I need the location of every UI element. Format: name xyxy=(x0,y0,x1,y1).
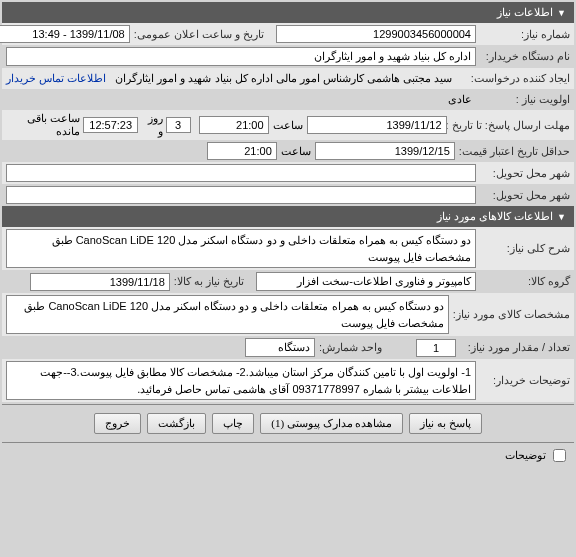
unit-value: دستگاه xyxy=(245,338,315,357)
spec-value: دو دستگاه کیس به همراه متعلقات داخلی و د… xyxy=(6,295,449,334)
row-spec: مشخصات کالای مورد نیاز: دو دستگاه کیس به… xyxy=(2,293,574,336)
row-buyer-org: نام دستگاه خریدار: اداره کل بنیاد شهید و… xyxy=(2,45,574,68)
row-need-number: شماره نیاز: 1299003456000004 تاریخ و ساع… xyxy=(2,23,574,45)
group-label: گروه کالا: xyxy=(480,275,570,288)
row-creator: ایجاد کننده درخواست: سید مجتبی هاشمی کار… xyxy=(2,68,574,89)
need-date-label: تاریخ نیاز به کالا: xyxy=(174,275,244,288)
row-group: گروه کالا: کامپیوتر و فناوری اطلاعات-سخت… xyxy=(2,270,574,293)
chevron-down-icon: ▼ xyxy=(557,8,566,18)
back-button[interactable]: بازگشت xyxy=(147,413,206,434)
notes-checkbox[interactable] xyxy=(553,449,566,462)
time-label-1: ساعت xyxy=(273,119,303,132)
row-buyer-city: شهر محل تحویل: xyxy=(2,184,574,206)
validity-date: 1399/12/15 xyxy=(315,142,455,160)
deadline-label: مهلت ارسال پاسخ: تا تاریخ : xyxy=(451,119,570,132)
qty-label: تعداد / مقدار مورد نیاز: xyxy=(460,341,570,354)
announce-label: تاریخ و ساعت اعلان عمومی: xyxy=(134,28,264,41)
separator xyxy=(2,404,574,405)
need-date-value: 1399/11/18 xyxy=(30,273,170,291)
spec-label: مشخصات کالای مورد نیاز: xyxy=(453,308,570,321)
remaining-time: 12:57:23 xyxy=(83,117,138,133)
buyer-notes-label: توضیحات خریدار: xyxy=(480,374,570,387)
time-remaining: 3 روز و 12:57:23 ساعت باقی مانده xyxy=(6,112,191,138)
unit-label: واحد شمارش: xyxy=(319,341,382,354)
row-delivery-city: شهر محل تحویل: xyxy=(2,162,574,184)
need-number-value: 1299003456000004 xyxy=(276,25,476,43)
deadline-time: 21:00 xyxy=(199,116,269,134)
validity-time: 21:00 xyxy=(207,142,277,160)
row-deadline: مهلت ارسال پاسخ: تا تاریخ : 1399/11/12 س… xyxy=(2,110,574,140)
creator-value: سید مجتبی هاشمی کارشناس امور مالی اداره … xyxy=(110,70,456,87)
buyer-city-value xyxy=(6,186,476,204)
exit-button[interactable]: خروج xyxy=(94,413,141,434)
section-header-goods-info: ▼ اطلاعات کالاهای مورد نیاز xyxy=(2,206,574,227)
validity-label: حداقل تاریخ اعتبار قیمت: xyxy=(459,145,570,158)
general-desc-value: دو دستگاه کیس به همراه متعلقات داخلی و د… xyxy=(6,229,476,268)
priority-label: اولویت نیاز : xyxy=(480,93,570,106)
time-label-2: ساعت xyxy=(281,145,311,158)
deadline-date: 1399/11/12 xyxy=(307,116,447,134)
notes-checkbox-label: توضیحات xyxy=(505,449,546,462)
chevron-down-icon: ▼ xyxy=(557,212,566,222)
buyer-contact-link[interactable]: اطلاعات تماس خریدار xyxy=(6,72,106,85)
remaining-days-text: روز و xyxy=(141,112,162,138)
section-title-goods: اطلاعات کالاهای مورد نیاز xyxy=(437,210,553,223)
button-row: پاسخ به نیاز مشاهده مدارک پیوستی (1) چاپ… xyxy=(2,407,574,440)
delivery-city-label: شهر محل تحویل: xyxy=(480,167,570,180)
remaining-time-text: ساعت باقی مانده xyxy=(6,112,80,138)
row-priority: اولویت نیاز : عادی xyxy=(2,89,574,110)
group-value: کامپیوتر و فناوری اطلاعات-سخت افزار xyxy=(256,272,476,291)
remaining-days: 3 xyxy=(166,117,191,133)
separator xyxy=(2,442,574,443)
row-validity: حداقل تاریخ اعتبار قیمت: 1399/12/15 ساعت… xyxy=(2,140,574,162)
print-button[interactable]: چاپ xyxy=(212,413,254,434)
general-desc-label: شرح کلی نیاز: xyxy=(480,242,570,255)
footer-notes-row: توضیحات xyxy=(2,445,574,466)
row-qty: تعداد / مقدار مورد نیاز: 1 واحد شمارش: د… xyxy=(2,336,574,359)
qty-value: 1 xyxy=(416,339,456,357)
buyer-org-value: اداره کل بنیاد شهید و امور ایثارگران xyxy=(6,47,476,66)
section-header-need-info: ▼ اطلاعات نیاز xyxy=(2,2,574,23)
buyer-org-label: نام دستگاه خریدار: xyxy=(480,50,570,63)
delivery-city-value xyxy=(6,164,476,182)
creator-label: ایجاد کننده درخواست: xyxy=(460,72,570,85)
section-title: اطلاعات نیاز xyxy=(497,6,553,19)
row-general-desc: شرح کلی نیاز: دو دستگاه کیس به همراه متع… xyxy=(2,227,574,270)
announce-value: 1399/11/08 - 13:49 xyxy=(0,25,130,43)
row-buyer-notes: توضیحات خریدار: 1- اولویت اول با تامین ک… xyxy=(2,359,574,402)
buyer-city-label: شهر محل تحویل: xyxy=(480,189,570,202)
need-number-label: شماره نیاز: xyxy=(480,28,570,41)
priority-value: عادی xyxy=(6,91,476,108)
buyer-notes-value: 1- اولویت اول با تامین کنندگان مرکز استا… xyxy=(6,361,476,400)
reply-button[interactable]: پاسخ به نیاز xyxy=(409,413,482,434)
attachments-button[interactable]: مشاهده مدارک پیوستی (1) xyxy=(260,413,403,434)
